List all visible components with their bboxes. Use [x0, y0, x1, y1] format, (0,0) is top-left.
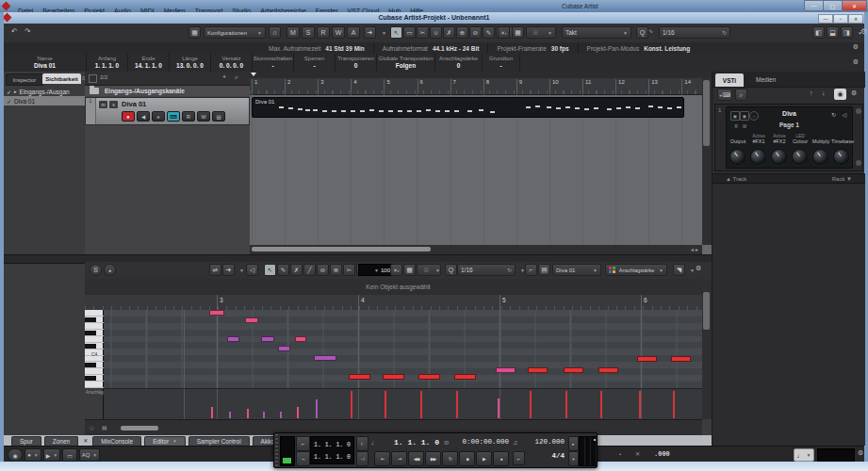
midi-note[interactable] [598, 367, 618, 373]
velocity-bar[interactable] [456, 391, 458, 418]
quantize-refresh-icon[interactable]: ↻ [507, 267, 512, 273]
velocity-bar[interactable] [297, 407, 299, 418]
midi-note[interactable] [637, 356, 657, 362]
midi-note[interactable] [564, 367, 583, 373]
velocity-bar[interactable] [351, 391, 352, 418]
output-icon[interactable]: ◁ [842, 111, 846, 118]
tab-vsti[interactable]: VSTi [715, 73, 744, 87]
midi-note[interactable] [245, 317, 258, 323]
right-locator-value[interactable]: 1. 1. 1. 0 [311, 451, 351, 463]
scrollbar-handle[interactable] [121, 426, 158, 430]
scroll-down-icon[interactable] [856, 160, 861, 166]
tab-sichtbarkeit[interactable]: Sichtbarkeit [42, 73, 81, 84]
record-button[interactable]: ● [493, 451, 509, 466]
zone-tab-zonen[interactable]: Zonen [44, 436, 78, 446]
record-enable-button[interactable]: ● [122, 111, 135, 122]
piano-key-black[interactable] [85, 344, 96, 349]
draw-tool[interactable]: ✎ [277, 264, 289, 276]
midi-note[interactable] [418, 374, 440, 380]
tab-inspector[interactable]: Inspector [6, 73, 43, 86]
undo-icon[interactable]: ↶ [11, 27, 18, 36]
snap-on-off-button[interactable]: ✕‹ [390, 264, 402, 276]
info-column-stummschalten[interactable]: Stummschalten- [253, 54, 294, 72]
quantize-toggle-button[interactable]: Q [636, 26, 648, 39]
info-column-name[interactable]: NameDiva 01 [4, 54, 87, 72]
time-display[interactable]: 0:00:00.000 [452, 438, 509, 446]
show-lower-zone-button[interactable]: ⬓ [827, 26, 839, 39]
velocity-lane[interactable] [104, 388, 702, 419]
midi-input-icon[interactable]: ⇌ [209, 264, 221, 276]
autoscroll-caret-icon[interactable]: ▼ [239, 268, 244, 273]
piano-key-black[interactable] [85, 363, 96, 367]
folder-track-row[interactable]: Eingangs-/Ausgangskanäle [85, 86, 250, 96]
erase-tool[interactable]: ✗ [290, 264, 303, 276]
cycle-button[interactable]: ↻ [442, 451, 458, 466]
track-drag-handle[interactable]: 1 [86, 98, 96, 124]
redo-icon[interactable]: ↷ [25, 27, 31, 36]
monitor-button[interactable]: ◀ [137, 111, 150, 122]
project-ruler[interactable]: 1234567891011121314 [250, 78, 702, 95]
expand-arrow-icon[interactable]: ▸ [14, 89, 17, 94]
scrollbar-handle[interactable] [252, 247, 431, 252]
switch-track-button[interactable]: ▲ Track [726, 176, 746, 182]
knob-colour[interactable] [793, 150, 807, 164]
switch-rack-button[interactable]: Rack ▼ [832, 176, 852, 182]
tempo-display[interactable]: 120.000 [521, 438, 565, 446]
setup-grid-icon[interactable]: ▦ [188, 26, 201, 39]
draw-tool[interactable]: ✎ [483, 26, 495, 39]
check-icon[interactable]: ✓ [7, 98, 11, 105]
editor-vertical-scrollbar[interactable] [702, 279, 712, 419]
knob-multiply[interactable] [813, 150, 827, 164]
midi-note[interactable] [278, 346, 290, 351]
record-in-editor-button[interactable]: ● [104, 264, 116, 276]
close-tab-icon[interactable]: ✕ [81, 435, 90, 446]
playback-mode-icon[interactable]: ▶▼ [43, 448, 60, 462]
velocity-bar[interactable] [498, 398, 500, 418]
velocity-bar[interactable] [639, 391, 641, 418]
track-type-filter-icon[interactable] [89, 74, 97, 83]
knob-fx1[interactable] [751, 150, 765, 164]
automation-a-button[interactable]: A [347, 26, 360, 39]
info-column-grundton[interactable]: Grundton- [483, 54, 520, 72]
zone-tab-sampler-control[interactable]: Sampler Control [188, 436, 250, 446]
editor-solo-button[interactable]: S [90, 264, 102, 276]
project-cursor-handle[interactable] [251, 73, 256, 76]
punch-out-button[interactable]: ¬ [296, 451, 310, 466]
lane-preset-icon[interactable]: ▤ [102, 424, 107, 430]
automation-r-button[interactable]: R [317, 26, 330, 39]
reset-icon[interactable]: ↻ [831, 111, 836, 118]
goto-right-locator-button[interactable]: ⊣ [356, 451, 368, 466]
find-instrument-icon[interactable]: ⌕ [735, 89, 747, 101]
check-icon[interactable]: ✓ [7, 89, 11, 95]
velocity-bar[interactable] [280, 412, 282, 418]
goto-previous-marker-button[interactable]: ⇤ [374, 451, 390, 466]
info-column-l-nge[interactable]: Länge13. 0. 0. 0 [170, 54, 211, 72]
piano-key-black[interactable] [85, 317, 96, 322]
piano-key-black[interactable] [85, 376, 96, 381]
range-selection-tool[interactable]: ▭ [403, 26, 416, 39]
midi-note[interactable] [314, 355, 336, 361]
velocity-bar[interactable] [263, 412, 265, 418]
mdi-close-button[interactable]: ✕ [848, 14, 863, 24]
snap-type-grid-icon[interactable]: ▦ [403, 264, 416, 276]
mdi-restore-button[interactable]: ▫ [833, 14, 848, 24]
visibility-row-diva-01[interactable]: ✓Diva 01 [4, 96, 85, 106]
add-instrument-icon[interactable]: +⌨ [717, 89, 732, 101]
velocity-bar[interactable] [530, 391, 532, 418]
split-tool[interactable]: ✂ [417, 26, 429, 39]
midi-note[interactable] [496, 367, 516, 373]
quantize-preset-dropdown[interactable]: 1/16↻ [457, 264, 516, 276]
status-gear-icon[interactable]: ⚙ [853, 43, 859, 51]
knob-fx2[interactable] [772, 150, 786, 164]
mute-button[interactable]: m [99, 101, 107, 108]
note-grid[interactable] [104, 310, 702, 388]
object-selection-tool[interactable]: ↖ [390, 26, 402, 39]
midi-note[interactable] [383, 374, 404, 380]
record-cycle-icon[interactable]: ●▼ [25, 448, 41, 462]
zone-tab-mixconsole[interactable]: MixConsole [92, 436, 141, 446]
instrument-track-row[interactable]: 1 m s Diva 01 ●◀e⌨RW▤ [85, 97, 250, 125]
midi-note[interactable] [349, 374, 370, 380]
forward-button[interactable]: ▶▶ [425, 451, 441, 466]
part-select-dropdown[interactable]: Diva 01▼ [552, 264, 601, 276]
toolbar-gear-icon[interactable]: ⚙ [860, 27, 867, 36]
